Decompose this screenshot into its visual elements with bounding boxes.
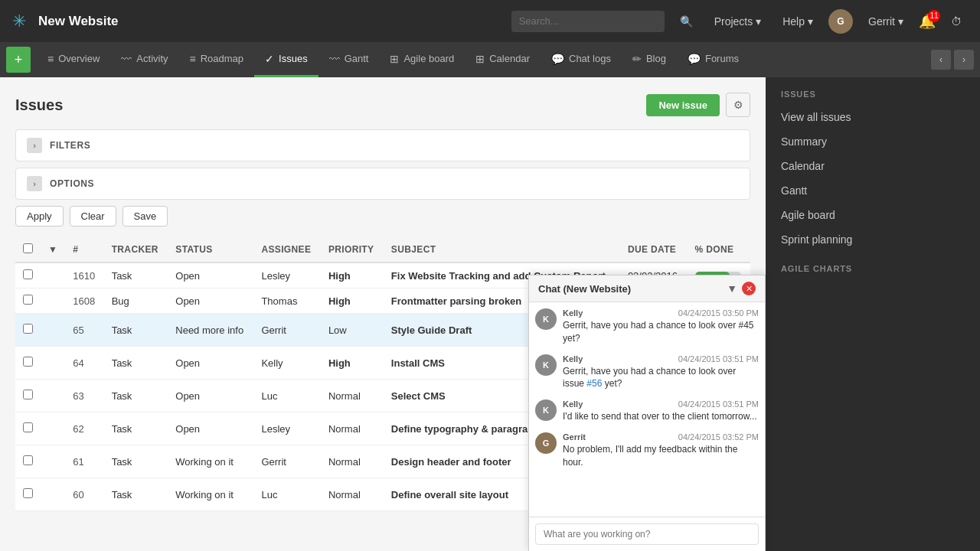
row-checkbox-cell (15, 262, 41, 289)
chat-message-4: G Gerrit 04/24/2015 03:52 PM No problem,… (535, 432, 759, 469)
nav-forums[interactable]: 💬Forums (677, 42, 750, 77)
row-id: 65 (65, 314, 103, 347)
chat-msg-meta-2: Kelly 04/24/2015 03:51 PM (563, 354, 759, 364)
row-indicator (41, 347, 65, 380)
row-assignee: Luc (253, 380, 320, 412)
nav-activity[interactable]: 〰Activity (110, 42, 178, 77)
row-indicator (41, 289, 65, 314)
notifications-button[interactable]: 🔔 11 (919, 13, 936, 30)
avatar: G (828, 9, 853, 34)
nav-arrow-right[interactable]: › (954, 50, 974, 70)
add-button[interactable]: + (6, 47, 31, 73)
new-issue-button[interactable]: New issue (646, 94, 720, 116)
chat-dropdown-button[interactable]: ▼ (727, 282, 737, 295)
search-button[interactable]: 🔍 (674, 12, 699, 31)
filter-buttons-row: Apply Clear Save (15, 206, 750, 227)
row-priority: Normal (321, 445, 384, 478)
row-checkbox[interactable] (23, 295, 33, 305)
settings-button[interactable]: ⚙ (726, 93, 750, 117)
chat-input-field[interactable] (535, 523, 759, 545)
nav-arrow-left[interactable]: ‹ (931, 50, 951, 70)
options-toggle-icon: › (27, 176, 42, 191)
chat-msg-time-1: 04/24/2015 03:50 PM (678, 308, 759, 318)
row-status: Open (168, 412, 253, 445)
apply-button[interactable]: Apply (15, 206, 64, 227)
chat-avatar-3: K (535, 399, 557, 421)
row-tracker: Bug (104, 289, 168, 314)
row-checkbox[interactable] (23, 422, 33, 432)
clock-button[interactable]: ⏱ (945, 12, 968, 31)
chat-message-1: K Kelly 04/24/2015 03:50 PM Gerrit, have… (535, 308, 759, 345)
chat-msg-body-3: Kelly 04/24/2015 03:51 PM I'd like to se… (563, 399, 759, 423)
nav-agile-board[interactable]: ⊞Agile board (379, 42, 465, 77)
nav-chat-logs[interactable]: 💬Chat logs (541, 42, 622, 77)
sidebar-item-agile-board[interactable]: Agile board (766, 203, 980, 227)
row-assignee: Gerrit (253, 445, 320, 478)
row-id: 64 (65, 347, 103, 380)
nav-overview[interactable]: ≡Overview (37, 42, 110, 77)
row-tracker: Task (104, 314, 168, 347)
search-input[interactable] (511, 11, 665, 32)
help-button[interactable]: Help ▾ (776, 12, 819, 31)
row-indicator (41, 445, 65, 478)
row-checkbox-cell (15, 347, 41, 380)
row-tracker: Task (104, 445, 168, 478)
sidebar-item-gantt[interactable]: Gantt (766, 178, 980, 203)
clear-button[interactable]: Clear (70, 206, 116, 227)
chat-header-actions: ▼ ✕ (727, 282, 756, 295)
sidebar-item-summary[interactable]: Summary (766, 129, 980, 154)
row-id: 60 (65, 478, 103, 511)
row-checkbox[interactable] (23, 269, 33, 279)
row-checkbox[interactable] (23, 357, 33, 367)
nav-roadmap[interactable]: ≡Roadmap (179, 42, 255, 77)
logo-icon: ✳ (12, 11, 26, 31)
notif-badge: 11 (928, 10, 940, 22)
row-tracker: Task (104, 347, 168, 380)
save-button[interactable]: Save (122, 206, 168, 227)
sub-navigation: + ≡Overview 〰Activity ≡Roadmap ✓Issues 〰… (0, 42, 980, 77)
row-checkbox[interactable] (23, 455, 33, 465)
projects-button[interactable]: Projects ▾ (708, 12, 768, 31)
chat-title: Chat (New Website) (538, 283, 631, 295)
nav-gantt[interactable]: 〰Gantt (318, 42, 380, 77)
row-checkbox[interactable] (23, 488, 33, 498)
sidebar-item-calendar[interactable]: Calendar (766, 154, 980, 178)
row-indicator (41, 380, 65, 412)
row-priority: Low (321, 314, 384, 347)
subject-link[interactable]: Style Guide Draft (391, 324, 472, 336)
row-status: Working on it (168, 478, 253, 511)
row-tracker: Task (104, 478, 168, 511)
filters-header[interactable]: › FILTERS (16, 130, 750, 161)
subject-link[interactable]: Select CMS (391, 390, 446, 402)
header-tracker: TRACKER (104, 237, 168, 262)
chat-link-56[interactable]: #56 (586, 378, 602, 389)
header-checkbox (15, 237, 41, 262)
subject-link[interactable]: Install CMS (391, 357, 445, 369)
sidebar-item-view-all-issues[interactable]: View all issues (766, 105, 980, 129)
user-menu-button[interactable]: Gerrit ▾ (862, 12, 910, 31)
select-all-checkbox[interactable] (23, 243, 33, 253)
header-id: # (65, 237, 103, 262)
sidebar-item-sprint-planning[interactable]: Sprint planning (766, 227, 980, 252)
row-checkbox[interactable] (23, 390, 33, 399)
nav-calendar[interactable]: ⊞Calendar (465, 42, 541, 77)
row-priority: High (321, 262, 384, 289)
chat-msg-body-1: Kelly 04/24/2015 03:50 PM Gerrit, have y… (563, 308, 759, 345)
chat-msg-text-3: I'd like to send that over to the client… (563, 410, 759, 423)
subject-link[interactable]: Frontmatter parsing broken (391, 295, 521, 307)
chat-close-button[interactable]: ✕ (742, 282, 756, 295)
options-header[interactable]: › OPTIONS (16, 168, 750, 199)
nav-issues[interactable]: ✓Issues (254, 42, 318, 77)
row-checkbox-cell (15, 380, 41, 412)
chat-msg-body-4: Gerrit 04/24/2015 03:52 PM No problem, I… (563, 432, 759, 469)
chat-msg-meta-4: Gerrit 04/24/2015 03:52 PM (563, 432, 759, 442)
subject-link[interactable]: Design header and footer (391, 456, 511, 468)
nav-blog[interactable]: ✏Blog (622, 42, 677, 77)
subject-link[interactable]: Define overall site layout (391, 489, 508, 500)
options-label: OPTIONS (50, 178, 94, 189)
row-checkbox[interactable] (23, 324, 33, 334)
row-assignee: Lesley (253, 262, 320, 289)
chat-message-3: K Kelly 04/24/2015 03:51 PM I'd like to … (535, 399, 759, 423)
chat-msg-meta-1: Kelly 04/24/2015 03:50 PM (563, 308, 759, 318)
options-panel: › OPTIONS (15, 168, 750, 200)
